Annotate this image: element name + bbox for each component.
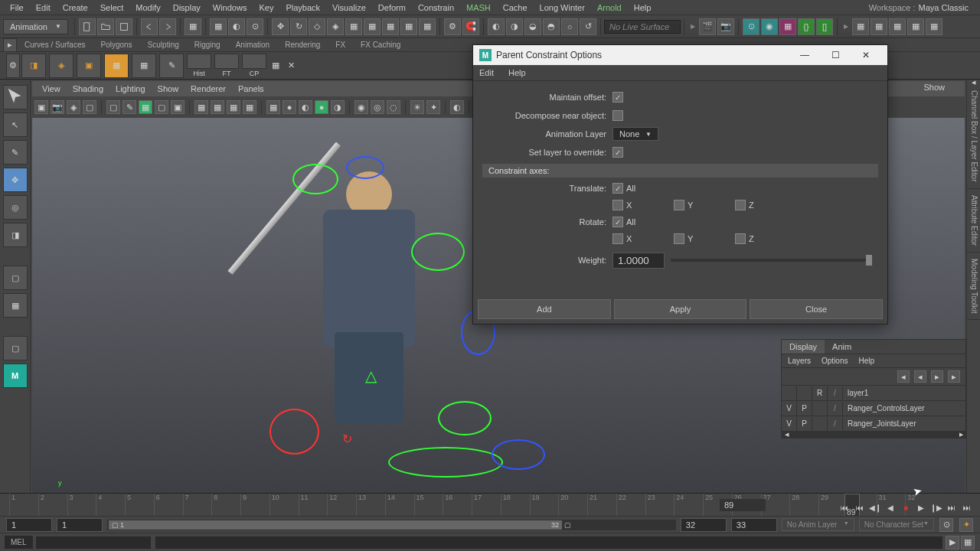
anim-layer-dropdown[interactable]: None▼ (612, 127, 658, 141)
menu-windows[interactable]: Windows (207, 2, 253, 14)
vp-light2-icon[interactable]: ✦ (426, 100, 440, 114)
tab-channel-box[interactable]: Channel Box / Layer Editor (967, 84, 980, 189)
vp-gate-mask-icon[interactable]: ▦ (194, 100, 208, 114)
vp-shadows-icon[interactable]: ◑ (331, 100, 345, 114)
menu-file[interactable]: File (4, 2, 30, 14)
time-tick-4[interactable]: 4 (96, 494, 125, 517)
render-3-icon[interactable]: ⊙ (743, 18, 760, 35)
shelf-tab-fxcaching[interactable]: FX Caching (353, 39, 408, 51)
rig-control-hip[interactable] (438, 401, 492, 435)
layer-row-2[interactable]: V P / Ranger_JointsLayer (782, 416, 965, 432)
layout-quad[interactable]: ▦ (3, 293, 28, 318)
transform-rotate-icon[interactable]: ↻ (290, 18, 307, 35)
shelf-gear-icon[interactable]: ⚙ (6, 54, 20, 78)
layer-p-0[interactable] (797, 386, 812, 400)
script-editor2-icon[interactable]: ▦ (961, 536, 975, 549)
rig-control-hand[interactable] (270, 409, 319, 455)
decompose-checkbox[interactable] (612, 110, 623, 121)
maintain-offset-checkbox[interactable] (612, 92, 623, 103)
vp-lights-icon[interactable]: ● (315, 100, 328, 114)
menu-playback[interactable]: Playback (279, 2, 326, 14)
layer-row-0[interactable]: R / layer1 (782, 386, 965, 401)
rotate-tool[interactable]: ◎ (3, 195, 28, 220)
set-layer-checkbox[interactable] (612, 147, 623, 158)
save-scene-icon[interactable] (116, 18, 132, 35)
transform-4-icon[interactable]: ◈ (327, 18, 344, 35)
layer-r-0[interactable]: R (812, 386, 828, 400)
layer-icon-2[interactable]: ◂ (914, 370, 926, 383)
time-tick-1[interactable]: 1 (9, 494, 38, 517)
add-button[interactable]: Add (478, 299, 611, 319)
layer-p-1[interactable]: P (797, 402, 812, 416)
menu-select[interactable]: Select (94, 2, 130, 14)
time-tick-10[interactable]: 10 (270, 494, 299, 517)
workspace-dropdown[interactable]: Maya Classic (919, 3, 969, 12)
translate-z-checkbox[interactable] (735, 200, 746, 210)
script-editor-icon[interactable]: ▶ (946, 536, 959, 549)
maximize-button[interactable]: ☐ (820, 45, 851, 65)
vp-field-chart-icon[interactable]: ▦ (211, 100, 224, 114)
sym-4-icon[interactable]: ◓ (543, 18, 560, 35)
goto-start-button[interactable]: ⏮ (838, 500, 851, 514)
vp-grid-icon[interactable]: ▦ (139, 100, 152, 114)
layer-vis-0[interactable] (782, 386, 797, 400)
minimize-button[interactable]: — (789, 45, 820, 65)
vp-textured-icon[interactable]: ◐ (299, 100, 312, 114)
step-forward-key-button[interactable]: ⏭ (945, 500, 959, 514)
vp-smooth-icon[interactable]: ● (283, 100, 296, 114)
step-back-key-button[interactable]: ⏮ (853, 500, 867, 514)
vp-xray-icon[interactable]: ◎ (371, 100, 384, 114)
menu-display[interactable]: Display (167, 2, 207, 14)
sym-5-icon[interactable]: ○ (561, 18, 578, 35)
live-surface-field[interactable]: No Live Surface (604, 20, 681, 34)
dialog-menu-help[interactable]: Help (508, 68, 526, 77)
vp-film-gate-icon[interactable]: ▢ (155, 100, 168, 114)
shelf-pen-icon[interactable]: ✎ (159, 54, 184, 78)
select-by-type-icon[interactable]: ▦ (185, 18, 201, 35)
autokey-icon[interactable]: ⊙ (939, 518, 953, 532)
vp-light1-icon[interactable]: ☀ (410, 100, 424, 114)
shelf-toggle-1[interactable]: ▸ (3, 38, 17, 52)
magnet-icon[interactable]: 🧲 (462, 18, 479, 35)
weight-input[interactable] (612, 253, 665, 269)
layer-name-1[interactable]: Ranger_ControlsLayer (843, 404, 965, 412)
vp-safe2-icon[interactable]: ▦ (243, 100, 256, 114)
layout-3-icon[interactable]: ▦ (889, 18, 906, 35)
shelf-tab-rigging[interactable]: Rigging (187, 39, 228, 51)
vp-menu-shading[interactable]: Shading (67, 83, 109, 95)
play-forward-button[interactable]: ▶ (914, 500, 928, 514)
stop-button[interactable]: ■ (899, 500, 913, 514)
close-button[interactable]: ✕ (851, 45, 881, 65)
transform-6-icon[interactable]: ▦ (364, 18, 381, 35)
time-tick-19[interactable]: 19 (530, 494, 559, 517)
layer-name-2[interactable]: Ranger_JointsLayer (843, 419, 965, 428)
time-tick-8[interactable]: 8 (211, 494, 240, 517)
new-scene-icon[interactable] (79, 18, 96, 35)
render-5-icon[interactable]: ▦ (779, 18, 796, 35)
time-tick-14[interactable]: 14 (385, 494, 414, 517)
layer-vis-2[interactable]: V (782, 417, 797, 431)
tab-attribute-editor[interactable]: Attribute Editor (967, 189, 980, 253)
layout-5-icon[interactable]: ▦ (926, 18, 942, 35)
render-7-icon[interactable]: [] (816, 18, 833, 35)
shelf-tab-polygons[interactable]: Polygons (93, 39, 139, 51)
menu-edit[interactable]: Edit (30, 2, 57, 14)
vp-image-plane-icon[interactable]: ▢ (83, 100, 96, 114)
time-tick-22[interactable]: 22 (616, 494, 645, 517)
vp-safe-icon[interactable]: ▦ (227, 100, 240, 114)
step-back-button[interactable]: ◀❙ (868, 500, 882, 514)
layers-menu-layers[interactable]: Layers (788, 357, 811, 365)
time-tick-16[interactable]: 16 (443, 494, 472, 517)
layer-row-1[interactable]: V P / Ranger_ControlsLayer (782, 401, 965, 416)
transform-9-icon[interactable]: ▦ (419, 18, 436, 35)
render-1-icon[interactable]: 🎬 (699, 18, 716, 35)
menu-create[interactable]: Create (57, 2, 94, 14)
vp-motion-icon[interactable]: ◐ (450, 100, 464, 114)
time-tick-13[interactable]: 13 (356, 494, 385, 517)
range-thumb[interactable]: ▢1 32▢ (109, 520, 562, 530)
rig-control-root[interactable] (388, 447, 503, 478)
shelf-ft[interactable]: FT (214, 54, 239, 77)
vp-show-right[interactable]: Show (917, 81, 951, 93)
dialog-titlebar[interactable]: M Parent Constraint Options — ☐ ✕ (473, 45, 887, 65)
move-tool[interactable]: ✥ (3, 168, 28, 192)
